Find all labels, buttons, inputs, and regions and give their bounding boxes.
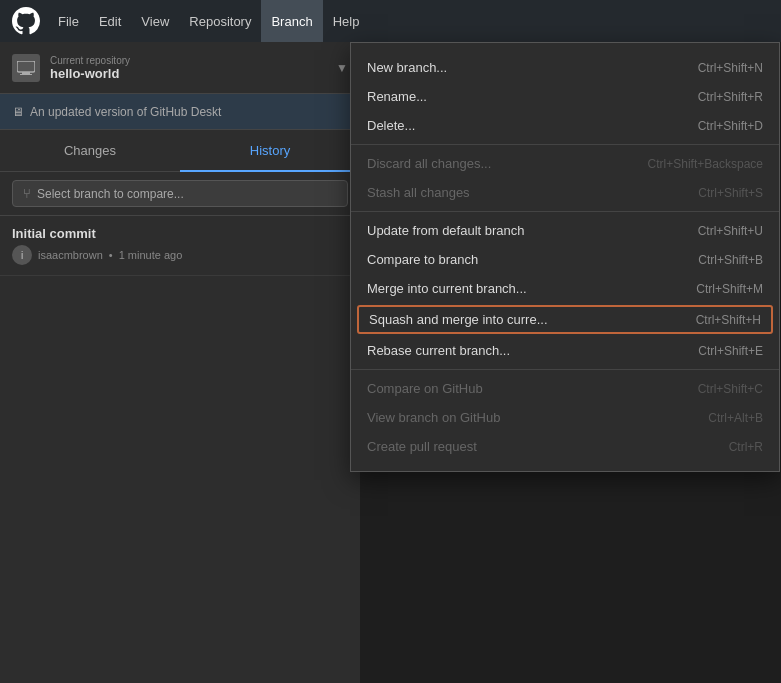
menu-item-rebase-current[interactable]: Rebase current branch... Ctrl+Shift+E [351,336,779,365]
commit-title: Initial commit [12,226,348,241]
menu-item-merge-current-shortcut: Ctrl+Shift+M [696,282,763,296]
commit-author: isaacmbrown [38,249,103,261]
github-logo-icon [12,7,40,35]
branch-compare-icon: ⑂ [23,186,31,201]
menu-item-update-default-label: Update from default branch [367,223,525,238]
menu-group-1: New branch... Ctrl+Shift+N Rename... Ctr… [351,49,779,145]
menu-branch[interactable]: Branch [261,0,322,42]
menu-group-3: Update from default branch Ctrl+Shift+U … [351,212,779,370]
menu-item-new-branch-shortcut: Ctrl+Shift+N [698,61,763,75]
repo-bar[interactable]: Current repository hello-world ▼ [0,42,360,94]
menu-group-2: Discard all changes... Ctrl+Shift+Backsp… [351,145,779,212]
menu-item-view-branch-github-label: View branch on GitHub [367,410,500,425]
menu-item-discard-all: Discard all changes... Ctrl+Shift+Backsp… [351,149,779,178]
branch-compare-placeholder: Select branch to compare... [37,187,184,201]
menu-item-new-branch-label: New branch... [367,60,447,75]
menu-help[interactable]: Help [323,0,370,42]
dropdown-menu: New branch... Ctrl+Shift+N Rename... Ctr… [350,42,780,472]
menu-item-compare-github-shortcut: Ctrl+Shift+C [698,382,763,396]
menu-item-merge-current[interactable]: Merge into current branch... Ctrl+Shift+… [351,274,779,303]
menu-item-delete[interactable]: Delete... Ctrl+Shift+D [351,111,779,140]
menu-item-create-pull-request-shortcut: Ctrl+R [729,440,763,454]
svg-rect-2 [20,74,32,75]
tab-history[interactable]: History [180,130,360,172]
menu-item-rebase-current-shortcut: Ctrl+Shift+E [698,344,763,358]
branch-compare-input[interactable]: ⑂ Select branch to compare... [12,180,348,207]
menu-item-create-pull-request: Create pull request Ctrl+R [351,432,779,461]
svg-rect-1 [22,72,30,74]
tabs: Changes History [0,130,360,172]
menu-item-merge-current-label: Merge into current branch... [367,281,527,296]
tab-changes[interactable]: Changes [0,130,180,172]
menu-item-compare-branch-shortcut: Ctrl+Shift+B [698,253,763,267]
commit-item[interactable]: Initial commit i isaacmbrown • 1 minute … [0,216,360,276]
repo-chevron-icon: ▼ [336,61,348,75]
menu-group-4: Compare on GitHub Ctrl+Shift+C View bran… [351,370,779,465]
menu-item-stash-all-label: Stash all changes [367,185,470,200]
repo-info: Current repository hello-world [50,55,336,81]
menu-item-discard-all-label: Discard all changes... [367,156,491,171]
update-icon: 🖥 [12,105,24,119]
menu-view[interactable]: View [131,0,179,42]
branch-compare[interactable]: ⑂ Select branch to compare... [0,172,360,216]
svg-rect-0 [17,61,35,72]
menu-item-create-pull-request-label: Create pull request [367,439,477,454]
menu-item-compare-github-label: Compare on GitHub [367,381,483,396]
menu-item-squash-merge[interactable]: Squash and merge into curre... Ctrl+Shif… [357,305,773,334]
update-text: An updated version of GitHub Deskt [30,105,221,119]
commit-meta: i isaacmbrown • 1 minute ago [12,245,348,265]
menu-item-squash-merge-shortcut: Ctrl+Shift+H [696,313,761,327]
menu-item-rename-label: Rename... [367,89,427,104]
menu-item-rebase-current-label: Rebase current branch... [367,343,510,358]
menu-item-rename[interactable]: Rename... Ctrl+Shift+R [351,82,779,111]
menu-item-delete-shortcut: Ctrl+Shift+D [698,119,763,133]
menu-item-update-default[interactable]: Update from default branch Ctrl+Shift+U [351,216,779,245]
menu-item-new-branch[interactable]: New branch... Ctrl+Shift+N [351,53,779,82]
repo-icon [12,54,40,82]
update-banner[interactable]: 🖥 An updated version of GitHub Deskt [0,94,360,130]
menu-item-squash-merge-label: Squash and merge into curre... [369,312,548,327]
menu-file[interactable]: File [48,0,89,42]
menu-item-compare-branch-label: Compare to branch [367,252,478,267]
commit-separator: • [109,249,113,261]
title-bar: File Edit View Repository Branch Help [0,0,781,42]
menu-item-delete-label: Delete... [367,118,415,133]
menu-edit[interactable]: Edit [89,0,131,42]
menu-item-view-branch-github: View branch on GitHub Ctrl+Alt+B [351,403,779,432]
menu-item-compare-branch[interactable]: Compare to branch Ctrl+Shift+B [351,245,779,274]
sidebar: Current repository hello-world ▼ 🖥 An up… [0,42,360,683]
commit-time: 1 minute ago [119,249,183,261]
repo-name: hello-world [50,66,336,81]
menu-item-view-branch-github-shortcut: Ctrl+Alt+B [708,411,763,425]
menu-item-rename-shortcut: Ctrl+Shift+R [698,90,763,104]
menu-repository[interactable]: Repository [179,0,261,42]
menu-item-stash-all: Stash all changes Ctrl+Shift+S [351,178,779,207]
menu-item-discard-all-shortcut: Ctrl+Shift+Backspace [648,157,763,171]
repo-label: Current repository [50,55,336,66]
menu-item-stash-all-shortcut: Ctrl+Shift+S [698,186,763,200]
menu-item-update-default-shortcut: Ctrl+Shift+U [698,224,763,238]
avatar: i [12,245,32,265]
menu-item-compare-github: Compare on GitHub Ctrl+Shift+C [351,374,779,403]
